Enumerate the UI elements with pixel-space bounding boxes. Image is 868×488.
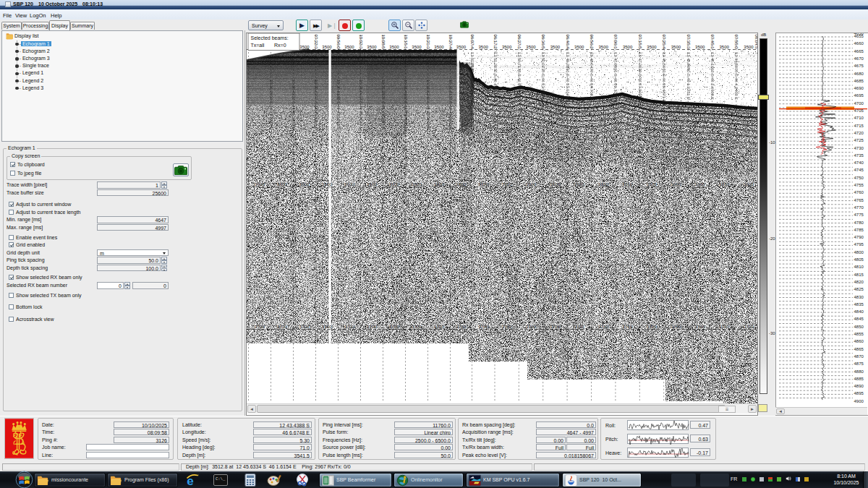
svg-text:07:22:3: 07:22:3 bbox=[314, 35, 318, 50]
svg-text:3700: 3700 bbox=[255, 325, 265, 329]
svg-text:3600: 3600 bbox=[502, 182, 512, 187]
svg-text:12 48.6479 S 46 54.7082 E: 12 48.6479 S 46 54.7082 E bbox=[590, 52, 594, 102]
svg-text:3600: 3600 bbox=[322, 182, 332, 187]
svg-text:4775: 4775 bbox=[854, 213, 864, 217]
svg-text:3600: 3600 bbox=[647, 182, 657, 187]
svg-text:4655: 4655 bbox=[854, 34, 864, 38]
svg-text:4680: 4680 bbox=[854, 72, 864, 76]
svg-text:3700: 3700 bbox=[322, 325, 332, 329]
svg-text:4880: 4880 bbox=[854, 369, 864, 374]
svg-text:3700: 3700 bbox=[623, 325, 633, 329]
svg-text:4720: 4720 bbox=[854, 131, 864, 135]
svg-text:3700: 3700 bbox=[344, 325, 354, 329]
svg-text:3700: 3700 bbox=[695, 325, 705, 329]
svg-text:4785: 4785 bbox=[854, 228, 864, 232]
svg-text:4850: 4850 bbox=[854, 325, 864, 329]
svg-text:3500: 3500 bbox=[526, 45, 536, 49]
svg-text:3700: 3700 bbox=[434, 325, 444, 329]
svg-text:3700: 3700 bbox=[412, 325, 422, 329]
svg-text:C:\_: C:\_ bbox=[216, 476, 226, 481]
svg-text:07:15:5: 07:15:5 bbox=[638, 35, 642, 50]
svg-text:4735: 4735 bbox=[854, 153, 864, 158]
svg-text:10:15:1: 10:15:1 bbox=[404, 35, 408, 50]
svg-text:10 20.2013 S 46 45.2227 E: 10 20.2013 S 46 45.2227 E bbox=[269, 80, 273, 129]
svg-text:3700: 3700 bbox=[647, 325, 657, 329]
svg-text:4875: 4875 bbox=[854, 361, 864, 366]
svg-text:07:25:4: 07:25:4 bbox=[662, 35, 666, 50]
svg-text:4685: 4685 bbox=[854, 79, 864, 83]
svg-text:4835: 4835 bbox=[854, 302, 864, 307]
svg-text:3700: 3700 bbox=[299, 325, 310, 329]
svg-text:4740: 4740 bbox=[854, 160, 864, 165]
svg-text:12 45.1702 S 46 2.6698 E: 12 45.1702 S 46 2.6698 E bbox=[710, 52, 715, 100]
svg-text:3600: 3600 bbox=[434, 182, 444, 187]
svg-text:4840: 4840 bbox=[854, 309, 864, 314]
svg-text:09:56:0: 09:56:0 bbox=[336, 35, 341, 50]
svg-text:3500: 3500 bbox=[344, 45, 354, 49]
svg-text:Tx=all: Tx=all bbox=[251, 43, 265, 48]
svg-text:12 45.8650 S 46 1.0711 E: 12 45.8650 S 46 1.0711 E bbox=[686, 52, 691, 100]
svg-text:4770: 4770 bbox=[854, 205, 864, 210]
svg-text:4755: 4755 bbox=[854, 183, 864, 187]
svg-text:3600: 3600 bbox=[720, 182, 730, 187]
svg-text:3600: 3600 bbox=[671, 182, 681, 187]
svg-text:3700: 3700 bbox=[389, 325, 399, 329]
svg-text:4810: 4810 bbox=[854, 265, 864, 269]
svg-text:4730: 4730 bbox=[854, 146, 864, 150]
svg-text:10:02:3: 10:02:3 bbox=[359, 35, 363, 50]
svg-text:06:07:4: 06:07:4 bbox=[470, 35, 475, 50]
svg-text:3700: 3700 bbox=[367, 325, 377, 329]
svg-text:4800: 4800 bbox=[854, 250, 864, 254]
svg-text:3600: 3600 bbox=[479, 182, 489, 187]
svg-text:4890: 4890 bbox=[854, 384, 864, 388]
svg-text:06:17:2: 06:17:2 bbox=[493, 35, 498, 50]
svg-text:4660: 4660 bbox=[854, 41, 864, 46]
svg-text:4710: 4710 bbox=[854, 116, 864, 120]
svg-text:12 46.5663 S 46 59.4871 E: 12 46.5663 S 46 59.4871 E bbox=[662, 52, 666, 102]
svg-text:10 21.8183 S 46 43.2933 E: 10 21.8183 S 46 43.2933 E bbox=[448, 80, 453, 129]
svg-text:12 44.5005 S 46 4.2433 E: 12 44.5005 S 46 4.2433 E bbox=[734, 52, 739, 100]
svg-text:4745: 4745 bbox=[854, 168, 864, 172]
svg-text:3700: 3700 bbox=[744, 325, 754, 329]
svg-text:10:08:5: 10:08:5 bbox=[381, 35, 386, 50]
svg-text:4870: 4870 bbox=[854, 354, 864, 359]
svg-text:4670: 4670 bbox=[854, 56, 864, 61]
svg-text:4815: 4815 bbox=[854, 273, 864, 277]
svg-text:3500: 3500 bbox=[479, 45, 489, 49]
svg-text:06:56:2: 06:56:2 bbox=[590, 35, 594, 50]
svg-text:3500: 3500 bbox=[623, 45, 633, 49]
svg-text:3500: 3500 bbox=[599, 45, 609, 49]
svg-text:3500: 3500 bbox=[647, 45, 657, 49]
svg-text:07:35:3: 07:35:3 bbox=[686, 35, 691, 50]
svg-text:10:27:4: 10:27:4 bbox=[448, 35, 453, 50]
svg-text:4885: 4885 bbox=[854, 377, 864, 381]
svg-text:3600: 3600 bbox=[695, 182, 705, 187]
svg-text:4725: 4725 bbox=[854, 138, 864, 142]
svg-text:4830: 4830 bbox=[854, 295, 864, 299]
svg-text:3500: 3500 bbox=[744, 45, 754, 49]
svg-text:08:04:5: 08:04:5 bbox=[754, 35, 757, 50]
svg-text:4695: 4695 bbox=[854, 93, 864, 98]
svg-text:3600: 3600 bbox=[623, 182, 633, 187]
svg-text:12 47.9501 S 46 56.3221 E: 12 47.9501 S 46 56.3221 E bbox=[613, 52, 618, 102]
svg-text:3600: 3600 bbox=[574, 182, 584, 187]
svg-text:3700: 3700 bbox=[550, 325, 561, 329]
svg-text:10 21.0013 S 46 46.3673 E: 10 21.0013 S 46 46.3673 E bbox=[359, 80, 363, 129]
svg-text:3600: 3600 bbox=[550, 182, 561, 187]
svg-text:12 50.0715 S 46 51.6612 E: 12 50.0715 S 46 51.6612 E bbox=[541, 52, 545, 102]
svg-text:3600: 3600 bbox=[299, 182, 310, 187]
svg-text:3500: 3500 bbox=[574, 45, 584, 49]
svg-text:4750: 4750 bbox=[854, 176, 864, 180]
svg-text:07:06:1: 07:06:1 bbox=[613, 35, 618, 50]
svg-text:4780: 4780 bbox=[854, 221, 864, 225]
svg-text:3700: 3700 bbox=[479, 325, 489, 329]
svg-text:3600: 3600 bbox=[255, 182, 265, 187]
svg-text:12 51.9180 S 46 47.3530 E: 12 51.9180 S 46 47.3530 E bbox=[470, 52, 475, 102]
svg-text:12 50.7178 S 46 50.4473 E: 12 50.7178 S 46 50.4473 E bbox=[517, 52, 522, 102]
svg-text:3500: 3500 bbox=[720, 45, 730, 49]
svg-text:4715: 4715 bbox=[854, 124, 864, 128]
svg-text:3700: 3700 bbox=[720, 325, 730, 329]
svg-text:4765: 4765 bbox=[854, 198, 864, 202]
svg-text:3700: 3700 bbox=[599, 325, 609, 329]
svg-text:3600: 3600 bbox=[344, 182, 354, 187]
